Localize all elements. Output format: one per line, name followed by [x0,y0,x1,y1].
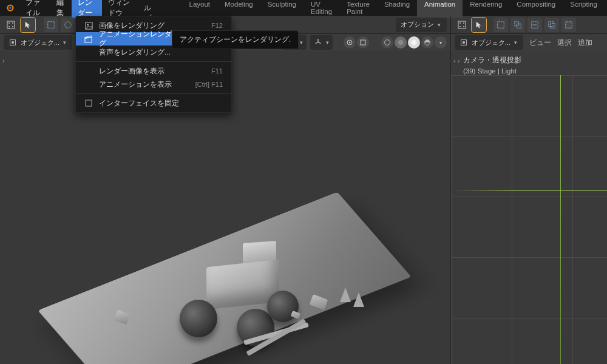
svg-point-33 [412,40,417,46]
tooltip-text: アクティブシーンをレンダリング. [180,36,291,43]
menu-separator [76,93,231,94]
checkbox-icon [84,99,93,107]
view-render-item[interactable]: レンダー画像を表示 F11 [76,64,231,78]
clapper-icon [84,35,93,43]
render-image-label: 画像をレンダリング [99,21,164,30]
editor-type-icon[interactable] [4,18,18,32]
shading-solid-icon[interactable] [395,36,407,49]
grid-floor [451,75,607,364]
gizmo-dropdown[interactable]: ▾ [310,35,333,50]
mode-select[interactable]: オブジェク... ▾ [4,35,72,50]
overlay-object: (39) Stage | Light [463,66,521,76]
svg-rect-7 [48,21,55,28]
chevron-down-icon: ▾ [438,22,441,28]
select-intersect-icon[interactable] [544,18,559,32]
svg-point-8 [65,21,72,28]
svg-point-29 [349,42,351,44]
select-extend-icon[interactable] [510,18,525,32]
view-render-label: レンダー画像を表示 [99,67,164,76]
shading-preview-icon[interactable] [408,36,420,49]
svg-rect-30 [361,40,365,45]
axis-y [560,75,561,364]
view-render-shortcut: F11 [211,67,223,75]
render-audio-label: 音声をレンダリング... [99,48,171,57]
overlay-toggles [344,36,369,49]
view-animation-label: アニメーションを表示 [99,80,172,89]
menu-add[interactable]: 追加 [578,38,592,47]
svg-rect-17 [498,21,504,28]
svg-rect-23 [550,23,555,28]
xray-toggle-icon[interactable] [357,36,369,49]
select-box-icon-right[interactable] [493,18,508,32]
view-animation-item[interactable]: アニメーションを表示 [Ctrl] F11 [76,78,231,91]
gizmo-icon [314,38,322,47]
svg-point-4 [12,22,13,24]
blender-logo-icon [5,2,16,14]
svg-rect-2 [7,21,15,29]
svg-point-5 [8,26,10,27]
select-subtract-icon[interactable] [527,18,542,32]
cursor-tool-icon-right[interactable] [472,18,486,32]
viewport-overlay-text: カメラ・透視投影 (39) Stage | Light [463,55,521,77]
cursor-tool-icon[interactable] [21,18,35,32]
shading-modes: ▾ [381,36,447,49]
render-image-shortcut: F12 [211,22,223,29]
mode-label: オブジェク... [21,38,59,47]
image-icon [84,21,93,30]
axis-x [451,190,607,191]
svg-point-1 [9,7,12,9]
editor-type-icon-right[interactable] [455,18,469,32]
svg-point-15 [459,26,461,27]
select-box-icon[interactable] [44,18,58,32]
viewport-secondary[interactable]: ‹ › カメラ・透視投影 (39) Stage | Light [450,51,607,364]
menu-separator [76,61,231,62]
svg-point-3 [8,22,10,24]
overlay-camera: カメラ・透視投影 [463,55,521,66]
object-mode-icon [8,38,17,47]
overlay-toggle-icon[interactable] [344,36,356,49]
menu-view[interactable]: ビュー [529,38,551,47]
svg-rect-26 [12,41,14,44]
select-invert-icon[interactable] [561,18,576,32]
shading-options-icon[interactable]: ▾ [435,36,447,49]
object-mode-icon [459,38,468,47]
lock-interface-item[interactable]: インターフェイスを固定 [76,96,231,110]
options-label: オプション [401,20,434,29]
lock-interface-label: インターフェイスを固定 [99,99,179,108]
options-dropdown[interactable]: オプション ▾ [396,18,447,32]
shading-render-icon[interactable] [421,36,433,49]
collapse-handle-icon[interactable]: ‹ › [453,57,459,64]
svg-point-16 [463,26,464,27]
svg-point-38 [87,24,88,25]
mode-label-right: オブジェク... [472,38,510,47]
svg-point-6 [12,26,13,27]
svg-point-14 [463,22,464,24]
view-animation-shortcut: [Ctrl] F11 [195,81,223,88]
shading-wire-icon[interactable] [381,36,393,49]
svg-point-32 [398,40,404,46]
svg-rect-12 [458,21,466,29]
svg-rect-40 [86,100,92,106]
mode-select-right[interactable]: オブジェク... ▾ [455,35,523,50]
svg-rect-22 [549,21,554,26]
chevron-down-icon: ▾ [63,39,66,46]
chevron-down-icon: ▾ [514,39,517,46]
svg-rect-24 [566,21,572,28]
svg-rect-36 [463,41,465,44]
select-circle-icon[interactable] [61,18,75,32]
svg-point-13 [459,22,461,24]
tooltip: アクティブシーンをレンダリング. [172,30,299,49]
svg-point-31 [385,40,390,46]
menu-select[interactable]: 選択 [557,38,572,47]
